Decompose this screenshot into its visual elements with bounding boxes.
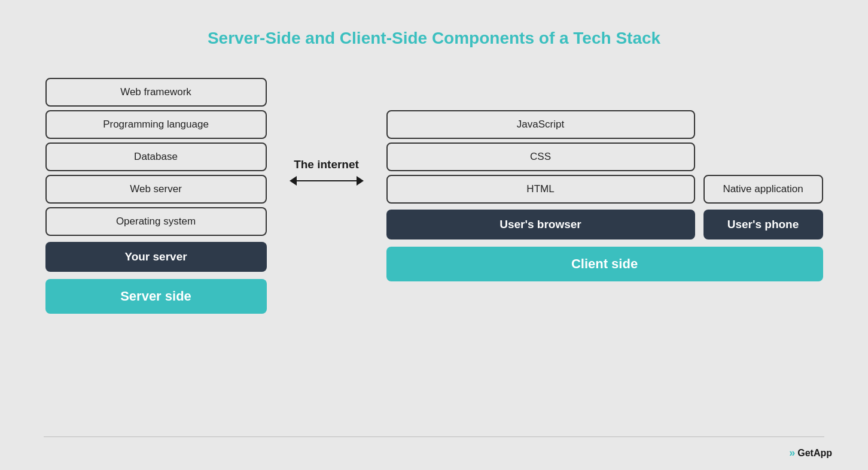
client-columns: JavaScript CSS HTML Native application	[386, 110, 823, 204]
client-side-bar: Client side	[386, 247, 823, 281]
phone-column: Native application	[703, 110, 823, 204]
operating-system-box: Operating system	[45, 207, 267, 236]
getapp-arrows-icon: »	[789, 447, 795, 459]
database-box: Database	[45, 142, 267, 171]
server-boxes-group: Web framework Programming language Datab…	[45, 78, 267, 236]
server-side-bar: Server side	[45, 279, 267, 314]
page-title: Server-Side and Client-Side Components o…	[208, 29, 660, 48]
your-server-bar: Your server	[45, 242, 267, 272]
internet-section: The internet	[267, 158, 386, 234]
users-browser-bar: User's browser	[386, 210, 695, 239]
browser-column: JavaScript CSS HTML	[386, 110, 695, 204]
client-bars-row: User's browser User's phone	[386, 210, 823, 239]
arrow-right-icon	[357, 176, 364, 186]
html-box: HTML	[386, 175, 695, 204]
client-side-section: JavaScript CSS HTML Native application U…	[386, 110, 823, 281]
native-application-box: Native application	[703, 175, 823, 204]
arrow-left-icon	[290, 176, 297, 186]
getapp-branding: » GetApp	[789, 447, 832, 459]
css-box: CSS	[386, 142, 695, 171]
page-wrapper: Server-Side and Client-Side Components o…	[0, 0, 868, 470]
diagram-container: Web framework Programming language Datab…	[45, 78, 823, 314]
javascript-box: JavaScript	[386, 110, 695, 139]
title-part2: of a Tech Stack	[539, 29, 660, 47]
server-side-section: Web framework Programming language Datab…	[45, 78, 267, 314]
title-part1: Server-Side and Client-Side Components	[208, 29, 534, 47]
web-framework-box: Web framework	[45, 78, 267, 107]
users-phone-bar: User's phone	[703, 210, 823, 239]
internet-label: The internet	[294, 158, 359, 171]
getapp-label: GetApp	[797, 448, 832, 459]
arrow-shaft	[297, 180, 357, 181]
web-server-box: Web server	[45, 175, 267, 204]
programming-language-box: Programming language	[45, 110, 267, 139]
bidirectional-arrow	[290, 176, 364, 186]
bottom-divider	[44, 436, 825, 437]
